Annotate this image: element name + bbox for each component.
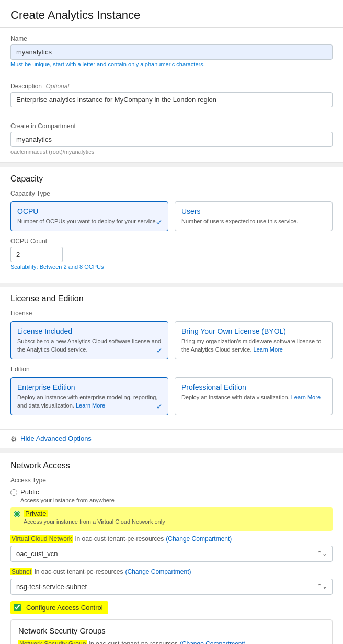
advanced-toggle[interactable]: ⚙ Hide Advanced Options (0, 429, 343, 453)
ocpu-count-section: OCPU Count Scalability: Between 2 and 8 … (10, 238, 333, 270)
nsg-change-compartment[interactable]: (Change Compartment) (180, 640, 246, 644)
enterprise-learn-more[interactable]: Learn More (76, 402, 105, 409)
ocpu-count-input[interactable] (10, 247, 63, 262)
license-included-desc: Subscribe to a new Analytics Cloud softw… (17, 337, 162, 354)
ocpu-count-label: OCPU Count (10, 238, 333, 245)
ocpu-option[interactable]: OCPU Number of OCPUs you want to deploy … (10, 201, 168, 231)
public-radio-desc: Access your instance from anywhere (20, 497, 115, 503)
configure-access-label[interactable]: Configure Access Control (24, 603, 105, 612)
edition-label: Edition (10, 366, 333, 373)
name-label: Name (10, 35, 333, 42)
configure-access-row[interactable]: Configure Access Control (10, 601, 108, 614)
ocpu-title: OCPU (17, 207, 162, 216)
private-radio-desc: Access your instance from a Virtual Clou… (24, 518, 165, 525)
vcn-field-label: Virtual Cloud Network in oac-cust-tenant… (10, 535, 333, 543)
license-label: License (10, 310, 333, 317)
byol-option[interactable]: Bring Your Own License (BYOL) Bring my o… (175, 321, 333, 359)
advanced-toggle-link[interactable]: Hide Advanced Options (20, 435, 92, 443)
public-radio-option[interactable]: Public Access your instance from anywher… (10, 488, 333, 503)
vcn-field-row: Virtual Cloud Network in oac-cust-tenant… (10, 535, 333, 562)
nsg-prefix: Network Security Group (18, 640, 87, 644)
private-option-wrapper: Private Access your instance from a Virt… (10, 507, 333, 531)
access-type-label: Access Type (10, 477, 333, 484)
settings-icon: ⚙ (10, 435, 17, 443)
byol-learn-more[interactable]: Learn More (254, 346, 283, 353)
description-label: Description Optional (10, 83, 333, 90)
description-input[interactable] (10, 92, 333, 107)
nsg-compartment: in oac-cust-tenant-pe-resources (89, 640, 177, 644)
byol-desc: Bring my organization's middleware softw… (181, 337, 326, 354)
license-options: License Included Subscribe to a new Anal… (10, 321, 333, 359)
public-option-wrapper: Public Access your instance from anywher… (10, 488, 333, 503)
subnet-prefix: Subnet (10, 568, 32, 575)
public-radio[interactable] (10, 489, 17, 496)
license-included-check-icon: ✓ (156, 346, 163, 355)
capacity-type-label: Capacity Type (10, 190, 333, 197)
ocpu-check-icon: ✓ (156, 218, 163, 227)
license-included-title: License Included (17, 327, 162, 335)
compartment-label: Create in Compartment (10, 122, 333, 130)
network-title: Network Access (10, 461, 333, 470)
nsg-section: Network Security Groups Network Security… (10, 619, 333, 644)
users-desc: Number of users expected to use this ser… (181, 218, 326, 225)
enterprise-check-icon: ✓ (156, 402, 163, 411)
page-header: Create Analytics Instance (0, 0, 343, 28)
network-fields: Virtual Cloud Network in oac-cust-tenant… (0, 535, 343, 644)
subnet-field-label: Subnet in oac-cust-tenant-pe-resources (… (10, 568, 333, 575)
compartment-section: Create in Compartment oaclcmmacust (root… (0, 115, 343, 163)
enterprise-title: Enterprise Edition (17, 383, 162, 391)
enterprise-edition-option[interactable]: Enterprise Edition Deploy an instance wi… (10, 377, 168, 415)
capacity-type-options: OCPU Number of OCPUs you want to deploy … (10, 201, 333, 231)
vcn-change-compartment[interactable]: (Change Compartment) (166, 535, 232, 543)
users-option[interactable]: Users Number of users expected to use th… (175, 201, 333, 231)
professional-title: Professional Edition (181, 383, 326, 391)
subnet-select-wrapper: nsg-test-service-subnet ⌃⌄ (10, 579, 333, 595)
scalability-hint: Scalability: Between 2 and 8 OCPUs (10, 264, 333, 270)
vcn-select-wrapper: oac_cust_vcn ⌃⌄ (10, 546, 333, 562)
capacity-title: Capacity (10, 174, 333, 184)
page-container: Create Analytics Instance Name Must be u… (0, 0, 343, 644)
subnet-change-compartment[interactable]: (Change Compartment) (125, 568, 191, 575)
subnet-select[interactable]: nsg-test-service-subnet (10, 579, 333, 595)
private-radio-label[interactable]: Private (24, 510, 48, 517)
vcn-compartment: in oac-cust-tenant-pe-resources (75, 535, 164, 543)
configure-access-checkbox[interactable] (14, 604, 21, 611)
edition-options: Enterprise Edition Deploy an instance wi… (10, 377, 333, 415)
nsg-field-label: Network Security Group in oac-cust-tenan… (18, 640, 325, 644)
public-radio-label[interactable]: Public (20, 488, 39, 496)
name-input[interactable] (10, 44, 333, 60)
private-radio[interactable] (14, 511, 20, 517)
optional-label: Optional (45, 83, 69, 90)
description-section: Description Optional (0, 75, 343, 115)
license-included-option[interactable]: License Included Subscribe to a new Anal… (10, 321, 168, 359)
vcn-prefix: Virtual Cloud Network (10, 535, 73, 543)
nsg-header: Network Security Groups Network Security… (11, 620, 332, 644)
vcn-select[interactable]: oac_cust_vcn (10, 546, 333, 562)
byol-title: Bring Your Own License (BYOL) (181, 327, 326, 335)
network-section: Network Access Access Type Public Access… (0, 453, 343, 531)
professional-learn-more[interactable]: Learn More (291, 394, 321, 400)
professional-edition-option[interactable]: Professional Edition Deploy an instance … (175, 377, 333, 415)
compartment-input[interactable] (10, 132, 333, 147)
compartment-path: oaclcmmacust (root)/myanalytics (10, 149, 333, 155)
page-title: Create Analytics Instance (10, 8, 333, 22)
name-section: Name Must be unique, start with a letter… (0, 28, 343, 75)
private-radio-option[interactable]: Private Access your instance from a Virt… (14, 510, 329, 525)
capacity-section: Capacity Capacity Type OCPU Number of OC… (10, 167, 333, 283)
users-title: Users (181, 207, 326, 216)
name-hint: Must be unique, start with a letter and … (10, 61, 333, 67)
subnet-compartment: in oac-cust-tenant-pe-resources (35, 568, 123, 575)
license-title: License and Edition (10, 294, 333, 303)
professional-desc: Deploy an instance with data visualizati… (181, 393, 326, 401)
ocpu-desc: Number of OCPUs you want to deploy for y… (17, 218, 162, 225)
license-section: License and Edition License License Incl… (10, 287, 333, 429)
subnet-field-row: Subnet in oac-cust-tenant-pe-resources (… (10, 568, 333, 595)
enterprise-desc: Deploy an instance with enterprise model… (17, 393, 162, 410)
nsg-title: Network Security Groups (18, 626, 325, 635)
